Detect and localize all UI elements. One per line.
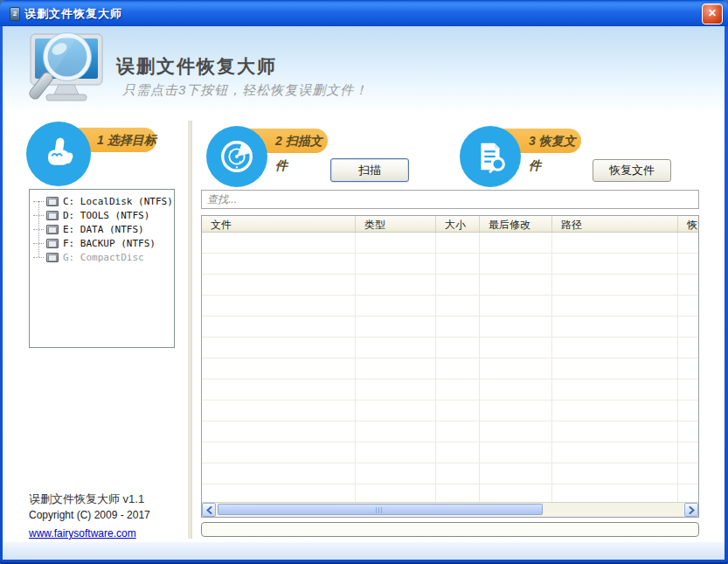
app-icon-glyph: 2 — [10, 7, 20, 21]
table-cell — [678, 442, 698, 463]
table-cell — [436, 296, 480, 316]
table-row[interactable] — [202, 421, 698, 442]
table-row[interactable] — [202, 233, 698, 254]
table-cell — [436, 379, 480, 400]
tree-branch-line — [33, 201, 44, 202]
table-body[interactable] — [202, 233, 698, 502]
table-row[interactable] — [202, 359, 698, 379]
table-cell — [436, 317, 480, 337]
table-cell — [678, 379, 698, 400]
table-cell — [552, 275, 678, 295]
table-cell — [356, 275, 436, 295]
header-banner: 误删文件恢复大师 只需点击3下按钮，轻松恢复误删文件！ — [3, 26, 725, 114]
table-row[interactable] — [202, 463, 698, 484]
table-cell — [480, 296, 552, 316]
window-title: 误删文件恢复大师 — [24, 6, 122, 22]
table-cell — [202, 442, 356, 463]
drive-label: E: DATA (NTFS) — [63, 224, 144, 235]
table-cell — [202, 359, 356, 379]
scrollbar-thumb[interactable] — [218, 504, 543, 515]
table-cell — [678, 359, 698, 379]
table-cell — [202, 484, 356, 502]
drive-item[interactable]: C: LocalDisk (NTFS) — [30, 194, 174, 208]
table-cell — [678, 463, 698, 484]
drive-list[interactable]: C: LocalDisk (NTFS)D: TOOLS (NTFS)E: DAT… — [29, 189, 175, 348]
drive-item[interactable]: D: TOOLS (NTFS) — [30, 208, 174, 222]
step1-circle — [26, 122, 91, 186]
table-cell — [436, 233, 480, 253]
drive-icon — [46, 211, 59, 220]
scroll-right-button[interactable] — [684, 503, 698, 517]
table-cell — [552, 484, 678, 502]
tree-branch-line — [33, 215, 44, 216]
table-cell — [356, 442, 436, 463]
column-header[interactable]: 大小 — [436, 216, 480, 232]
close-button[interactable]: ✕ — [702, 3, 723, 24]
table-cell — [202, 254, 356, 274]
table-row[interactable] — [202, 379, 698, 400]
column-header[interactable]: 最后修改 — [480, 216, 552, 232]
table-cell — [678, 275, 698, 295]
table-cell — [202, 379, 356, 400]
step3-circle — [460, 126, 521, 187]
table-row[interactable] — [202, 338, 698, 359]
table-row[interactable] — [202, 317, 698, 338]
column-header[interactable]: 恢复 — [678, 216, 698, 232]
table-cell — [552, 379, 678, 400]
table-cell — [480, 338, 552, 358]
table-cell — [552, 359, 678, 379]
table-cell — [678, 296, 698, 316]
table-cell — [356, 463, 436, 484]
drive-item[interactable]: F: BACKUP (NTFS) — [30, 236, 174, 250]
monitor-magnifier-logo-icon — [24, 31, 114, 111]
drive-icon — [46, 253, 59, 262]
table-cell — [436, 421, 480, 442]
app-title: 误删文件恢复大师 — [116, 54, 277, 79]
scroll-left-button[interactable] — [202, 503, 216, 517]
chevron-left-icon — [206, 506, 212, 514]
table-row[interactable] — [202, 484, 698, 502]
table-cell — [436, 463, 480, 484]
table-row[interactable] — [202, 400, 698, 421]
table-row[interactable] — [202, 296, 698, 317]
table-cell — [552, 400, 678, 421]
table-row[interactable] — [202, 442, 698, 463]
table-cell — [678, 233, 698, 253]
table-cell — [436, 484, 480, 502]
table-row[interactable] — [202, 275, 698, 296]
search-input[interactable] — [201, 190, 699, 209]
table-cell — [678, 338, 698, 358]
table-cell — [356, 317, 436, 337]
table-cell — [436, 400, 480, 421]
column-header[interactable]: 路径 — [552, 216, 678, 232]
recover-button[interactable]: 恢复文件 — [593, 159, 671, 182]
horizontal-scrollbar[interactable] — [202, 502, 698, 517]
website-link[interactable]: www.fairysoftware.com — [29, 527, 136, 540]
column-header[interactable]: 文件 — [202, 216, 356, 232]
document-search-icon — [470, 136, 510, 177]
drive-item[interactable]: G: CompactDisc — [30, 250, 174, 264]
table-cell — [202, 317, 356, 337]
drive-icon — [46, 239, 59, 248]
column-header[interactable]: 类型 — [356, 216, 436, 232]
scan-button[interactable]: 扫描 — [330, 158, 409, 182]
bottom-strip — [3, 542, 725, 560]
table-cell — [436, 338, 480, 358]
table-cell — [356, 254, 436, 274]
drive-item[interactable]: E: DATA (NTFS) — [30, 222, 174, 236]
table-cell — [202, 338, 356, 358]
table-cell — [356, 296, 436, 316]
table-cell — [552, 463, 678, 484]
table-cell — [202, 463, 356, 484]
table-cell — [356, 359, 436, 379]
about-copyright: Copyright (C) 2009 - 2017 — [29, 509, 150, 521]
table-row[interactable] — [202, 254, 698, 275]
drive-label: D: TOOLS (NTFS) — [63, 210, 149, 221]
table-cell — [436, 442, 480, 463]
drive-icon — [46, 197, 59, 206]
titlebar[interactable]: 2 误删文件恢复大师 ✕ — [0, 0, 728, 26]
table-cell — [480, 442, 552, 463]
table-cell — [552, 421, 678, 442]
drive-label: G: CompactDisc — [63, 252, 144, 263]
table-header: 文件类型大小最后修改路径恢复 — [202, 216, 698, 233]
